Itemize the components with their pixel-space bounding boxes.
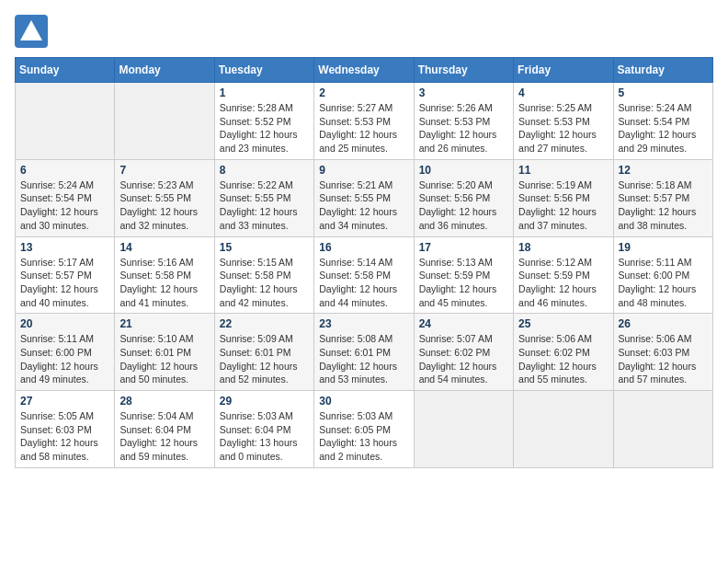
day-number: 12 — [619, 164, 708, 177]
calendar-body: 1Sunrise: 5:28 AMSunset: 5:52 PMDaylight… — [16, 83, 713, 468]
day-number: 19 — [619, 241, 708, 254]
calendar-cell: 1Sunrise: 5:28 AMSunset: 5:52 PMDaylight… — [214, 83, 313, 160]
day-info: Sunrise: 5:25 AMSunset: 5:53 PMDaylight:… — [518, 101, 608, 155]
day-number: 16 — [319, 241, 408, 254]
header-wednesday: Wednesday — [314, 58, 414, 83]
calendar-cell — [115, 83, 214, 160]
calendar-cell: 5Sunrise: 5:24 AMSunset: 5:54 PMDaylight… — [613, 83, 712, 160]
day-info: Sunrise: 5:07 AMSunset: 6:02 PMDaylight:… — [419, 332, 508, 386]
calendar-cell: 17Sunrise: 5:13 AMSunset: 5:59 PMDayligh… — [414, 236, 513, 314]
header-saturday: Saturday — [613, 58, 712, 83]
day-info: Sunrise: 5:17 AMSunset: 5:57 PMDaylight:… — [20, 256, 109, 310]
calendar-cell: 21Sunrise: 5:10 AMSunset: 6:01 PMDayligh… — [115, 314, 214, 391]
day-info: Sunrise: 5:03 AMSunset: 6:04 PMDaylight:… — [220, 409, 309, 464]
day-number: 10 — [419, 164, 508, 177]
day-number: 27 — [20, 395, 109, 408]
day-info: Sunrise: 5:26 AMSunset: 5:53 PMDaylight:… — [419, 101, 508, 155]
day-number: 11 — [518, 164, 608, 177]
calendar-cell: 25Sunrise: 5:06 AMSunset: 6:02 PMDayligh… — [514, 314, 613, 391]
day-number: 24 — [419, 317, 508, 330]
day-number: 1 — [220, 86, 309, 99]
header-friday: Friday — [514, 58, 613, 83]
day-info: Sunrise: 5:14 AMSunset: 5:58 PMDaylight:… — [319, 256, 408, 310]
day-info: Sunrise: 5:05 AMSunset: 6:03 PMDaylight:… — [20, 409, 109, 464]
calendar-cell: 28Sunrise: 5:04 AMSunset: 6:04 PMDayligh… — [115, 391, 214, 468]
day-number: 6 — [20, 164, 109, 177]
day-number: 22 — [220, 317, 309, 330]
day-number: 2 — [319, 86, 408, 99]
calendar-cell: 8Sunrise: 5:22 AMSunset: 5:55 PMDaylight… — [214, 159, 313, 236]
day-info: Sunrise: 5:19 AMSunset: 5:56 PMDaylight:… — [518, 178, 608, 233]
week-row-3: 13Sunrise: 5:17 AMSunset: 5:57 PMDayligh… — [16, 236, 713, 314]
calendar-cell: 9Sunrise: 5:21 AMSunset: 5:55 PMDaylight… — [314, 159, 414, 236]
day-info: Sunrise: 5:21 AMSunset: 5:55 PMDaylight:… — [319, 178, 408, 233]
day-number: 15 — [220, 241, 309, 254]
day-info: Sunrise: 5:09 AMSunset: 6:01 PMDaylight:… — [220, 332, 309, 386]
day-info: Sunrise: 5:08 AMSunset: 6:01 PMDaylight:… — [319, 332, 408, 386]
header-thursday: Thursday — [414, 58, 513, 83]
day-number: 18 — [518, 241, 608, 254]
day-info: Sunrise: 5:06 AMSunset: 6:03 PMDaylight:… — [619, 332, 708, 386]
day-info: Sunrise: 5:24 AMSunset: 5:54 PMDaylight:… — [619, 101, 708, 155]
calendar-header: SundayMondayTuesdayWednesdayThursdayFrid… — [16, 58, 713, 83]
day-number: 30 — [319, 395, 408, 408]
week-row-2: 6Sunrise: 5:24 AMSunset: 5:54 PMDaylight… — [16, 159, 713, 236]
calendar-cell: 19Sunrise: 5:11 AMSunset: 6:00 PMDayligh… — [613, 236, 712, 314]
day-info: Sunrise: 5:04 AMSunset: 6:04 PMDaylight:… — [119, 409, 209, 464]
calendar-cell: 18Sunrise: 5:12 AMSunset: 5:59 PMDayligh… — [514, 236, 613, 314]
day-info: Sunrise: 5:11 AMSunset: 6:00 PMDaylight:… — [20, 332, 109, 386]
calendar-cell: 10Sunrise: 5:20 AMSunset: 5:56 PMDayligh… — [414, 159, 513, 236]
calendar-cell: 15Sunrise: 5:15 AMSunset: 5:58 PMDayligh… — [214, 236, 313, 314]
day-info: Sunrise: 5:24 AMSunset: 5:54 PMDaylight:… — [20, 178, 109, 233]
calendar-cell: 2Sunrise: 5:27 AMSunset: 5:53 PMDaylight… — [314, 83, 414, 160]
day-number: 28 — [119, 395, 209, 408]
calendar-cell — [514, 391, 613, 468]
day-number: 20 — [20, 317, 109, 330]
header-sunday: Sunday — [16, 58, 115, 83]
calendar-cell: 6Sunrise: 5:24 AMSunset: 5:54 PMDaylight… — [16, 159, 115, 236]
calendar-cell: 23Sunrise: 5:08 AMSunset: 6:01 PMDayligh… — [314, 314, 414, 391]
day-number: 4 — [518, 86, 608, 99]
header-tuesday: Tuesday — [214, 58, 313, 83]
day-info: Sunrise: 5:27 AMSunset: 5:53 PMDaylight:… — [319, 101, 408, 155]
header-monday: Monday — [115, 58, 214, 83]
header — [15, 15, 713, 48]
day-info: Sunrise: 5:12 AMSunset: 5:59 PMDaylight:… — [518, 256, 608, 310]
day-number: 26 — [619, 317, 708, 330]
calendar-cell: 3Sunrise: 5:26 AMSunset: 5:53 PMDaylight… — [414, 83, 513, 160]
day-info: Sunrise: 5:23 AMSunset: 5:55 PMDaylight:… — [119, 178, 209, 233]
calendar-cell — [613, 391, 712, 468]
day-number: 14 — [119, 241, 209, 254]
calendar-cell: 20Sunrise: 5:11 AMSunset: 6:00 PMDayligh… — [16, 314, 115, 391]
calendar-cell: 16Sunrise: 5:14 AMSunset: 5:58 PMDayligh… — [314, 236, 414, 314]
day-info: Sunrise: 5:15 AMSunset: 5:58 PMDaylight:… — [220, 256, 309, 310]
calendar-cell: 7Sunrise: 5:23 AMSunset: 5:55 PMDaylight… — [115, 159, 214, 236]
calendar-cell: 11Sunrise: 5:19 AMSunset: 5:56 PMDayligh… — [514, 159, 613, 236]
day-info: Sunrise: 5:20 AMSunset: 5:56 PMDaylight:… — [419, 178, 508, 233]
day-info: Sunrise: 5:16 AMSunset: 5:58 PMDaylight:… — [119, 256, 209, 310]
calendar-cell: 26Sunrise: 5:06 AMSunset: 6:03 PMDayligh… — [613, 314, 712, 391]
calendar-cell: 24Sunrise: 5:07 AMSunset: 6:02 PMDayligh… — [414, 314, 513, 391]
calendar-cell: 29Sunrise: 5:03 AMSunset: 6:04 PMDayligh… — [214, 391, 313, 468]
day-number: 23 — [319, 317, 408, 330]
day-number: 25 — [518, 317, 608, 330]
day-info: Sunrise: 5:22 AMSunset: 5:55 PMDaylight:… — [220, 178, 309, 233]
calendar-cell — [414, 391, 513, 468]
day-info: Sunrise: 5:10 AMSunset: 6:01 PMDaylight:… — [119, 332, 209, 386]
day-number: 8 — [220, 164, 309, 177]
calendar-table: SundayMondayTuesdayWednesdayThursdayFrid… — [15, 57, 713, 468]
week-row-5: 27Sunrise: 5:05 AMSunset: 6:03 PMDayligh… — [16, 391, 713, 468]
calendar-cell: 12Sunrise: 5:18 AMSunset: 5:57 PMDayligh… — [613, 159, 712, 236]
day-number: 3 — [419, 86, 508, 99]
day-info: Sunrise: 5:13 AMSunset: 5:59 PMDaylight:… — [419, 256, 508, 310]
day-number: 17 — [419, 241, 508, 254]
day-number: 21 — [119, 317, 209, 330]
day-info: Sunrise: 5:18 AMSunset: 5:57 PMDaylight:… — [619, 178, 708, 233]
calendar-cell: 30Sunrise: 5:03 AMSunset: 6:05 PMDayligh… — [314, 391, 414, 468]
day-info: Sunrise: 5:03 AMSunset: 6:05 PMDaylight:… — [319, 409, 408, 464]
day-number: 29 — [220, 395, 309, 408]
calendar-cell: 13Sunrise: 5:17 AMSunset: 5:57 PMDayligh… — [16, 236, 115, 314]
day-number: 13 — [20, 241, 109, 254]
day-info: Sunrise: 5:11 AMSunset: 6:00 PMDaylight:… — [619, 256, 708, 310]
day-info: Sunrise: 5:06 AMSunset: 6:02 PMDaylight:… — [518, 332, 608, 386]
